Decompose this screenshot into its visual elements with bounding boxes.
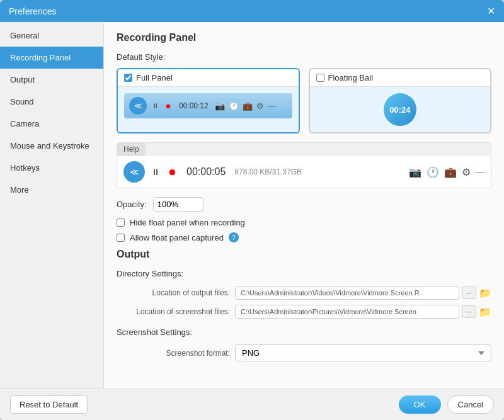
pause-button-full[interactable]: ⏸ [151, 101, 160, 111]
dialog-footer: Reset to Default OK Cancel [0, 389, 504, 420]
default-style-label: Default Style: [117, 52, 491, 62]
dialog-title: Preferences [9, 6, 56, 16]
floating-ball-display: 00:24 [384, 93, 416, 126]
minimize-icon-full[interactable]: — [268, 101, 277, 110]
minimize-icon-help[interactable]: — [476, 167, 484, 176]
output-title: Output [117, 249, 491, 260]
hide-float-row: Hide float panel when recording [117, 218, 491, 227]
floating-ball-checkbox[interactable] [316, 74, 324, 82]
full-panel-option[interactable]: Full Panel ≪ ⏸ ⏺ 00:00: [117, 68, 300, 133]
format-select[interactable]: PNG JPG BMP [235, 344, 491, 361]
stop-icon-help: ⏺ [168, 167, 176, 177]
recording-panel-title: Recording Panel [117, 32, 491, 43]
close-button[interactable]: ✕ [487, 5, 495, 17]
opacity-input[interactable] [153, 197, 203, 212]
help-bar: Help ≪ ⏸ ⏺ 00:00:05 878.00 KB/31.37GB 📷 … [117, 142, 491, 188]
clock-icon-full[interactable]: 🕐 [229, 101, 239, 111]
opacity-row: Opacity: [117, 197, 491, 212]
full-panel-controls: ≪ ⏸ ⏺ 00:00:12 📷 🕐 💼 [124, 93, 292, 118]
output-section: Output Directory Settings: Location of o… [117, 249, 491, 361]
allow-float-row: Allow float panel captured ? [117, 232, 491, 242]
hide-float-label: Hide float panel when recording [130, 218, 245, 227]
format-label: Screenshot format: [117, 349, 230, 358]
back-button-full[interactable]: ≪ [129, 97, 147, 115]
output-files-row: Location of output files: C:\Users\Admin… [117, 286, 491, 300]
output-files-dots-button[interactable]: ··· [462, 287, 476, 299]
allow-float-label: Allow float panel captured [130, 233, 224, 242]
help-controls: ≪ ⏸ ⏺ 00:00:05 878.00 KB/31.37GB 📷 🕐 💼 ⚙ [117, 156, 491, 188]
screenshot-files-label: Location of screenshot files: [117, 307, 230, 316]
output-files-folder-icon[interactable]: 📁 [479, 287, 491, 299]
recording-panel-section: Recording Panel Default Style: Full Pane… [117, 32, 491, 242]
floating-ball-label: Floating Ball [328, 73, 374, 82]
help-size: 878.00 KB/31.37GB [234, 167, 404, 176]
sidebar-item-recording-panel[interactable]: Recording Panel [0, 47, 103, 69]
sidebar-item-sound[interactable]: Sound [0, 91, 103, 113]
output-files-label: Location of output files: [117, 288, 230, 297]
pause-icon: ⏸ [152, 102, 159, 110]
settings-icon-help[interactable]: ⚙ [462, 166, 471, 178]
sidebar-item-output[interactable]: Output [0, 69, 103, 91]
full-panel-time: 00:00:12 [179, 101, 209, 110]
floating-ball-body: 00:24 [310, 87, 491, 132]
sidebar-item-camera[interactable]: Camera [0, 113, 103, 135]
sidebar: General Recording Panel Output Sound Cam… [0, 22, 104, 389]
ok-button[interactable]: OK [399, 395, 441, 414]
title-bar: Preferences ✕ [0, 0, 504, 22]
main-content: Recording Panel Default Style: Full Pane… [104, 22, 504, 389]
camera-icon-help[interactable]: 📷 [409, 166, 421, 178]
screenshot-settings-section: Screenshot Settings: Screenshot format: … [117, 327, 491, 361]
screenshot-files-dots-button[interactable]: ··· [462, 305, 476, 318]
full-panel-header: Full Panel [118, 69, 299, 87]
full-panel-body: ≪ ⏸ ⏺ 00:00:12 📷 🕐 💼 [118, 87, 299, 125]
stop-button-help[interactable]: ⏺ [166, 166, 178, 178]
preferences-dialog: Preferences ✕ General Recording Panel Ou… [0, 0, 504, 420]
reset-button[interactable]: Reset to Default [10, 395, 88, 414]
help-icon-circle[interactable]: ? [229, 232, 239, 242]
folder-icon-help[interactable]: 💼 [444, 166, 457, 178]
floating-ball-header: Floating Ball [310, 69, 491, 87]
help-time: 00:00:05 [186, 166, 226, 178]
clock-icon-help[interactable]: 🕐 [427, 166, 439, 178]
screenshot-files-path: C:\Users\Administrator\Pictures\Vidmore\… [235, 305, 459, 319]
sidebar-item-more[interactable]: More [0, 179, 103, 201]
dialog-body: General Recording Panel Output Sound Cam… [0, 22, 504, 389]
back-button-help[interactable]: ≪ [123, 161, 145, 183]
floating-ball-container: 00:24 [316, 93, 484, 126]
sidebar-item-mouse-keystroke[interactable]: Mouse and Keystroke [0, 135, 103, 157]
footer-right: OK Cancel [399, 395, 494, 414]
screenshot-settings-label: Screenshot Settings: [117, 327, 491, 337]
full-panel-checkbox[interactable] [124, 74, 132, 82]
help-label: Help [117, 143, 146, 156]
cancel-button[interactable]: Cancel [447, 395, 494, 414]
hide-float-checkbox[interactable] [117, 219, 125, 227]
full-panel-label: Full Panel [136, 73, 173, 82]
panel-options: Full Panel ≪ ⏸ ⏺ 00:00: [117, 68, 491, 133]
allow-float-checkbox[interactable] [117, 234, 125, 242]
screenshot-files-row: Location of screenshot files: C:\Users\A… [117, 305, 491, 319]
settings-icon-full[interactable]: ⚙ [256, 101, 264, 111]
output-files-path: C:\Users\Administrator\Videos\Vidmore\Vi… [235, 286, 459, 300]
stop-button-full[interactable]: ⏺ [164, 101, 173, 111]
directory-settings-label: Directory Settings: [117, 269, 491, 278]
opacity-label: Opacity: [117, 200, 147, 209]
folder-icon-full[interactable]: 💼 [243, 101, 253, 111]
camera-icon-full[interactable]: 📷 [215, 101, 225, 111]
floating-ball-option[interactable]: Floating Ball 00:24 [309, 68, 492, 133]
screenshot-files-folder-icon[interactable]: 📁 [479, 306, 491, 318]
stop-icon: ⏺ [165, 103, 171, 110]
pause-icon-help: ⏸ [151, 167, 160, 177]
sidebar-item-hotkeys[interactable]: Hotkeys [0, 157, 103, 179]
sidebar-item-general[interactable]: General [0, 25, 103, 47]
pause-button-help[interactable]: ⏸ [150, 166, 161, 178]
format-row: Screenshot format: PNG JPG BMP [117, 344, 491, 361]
